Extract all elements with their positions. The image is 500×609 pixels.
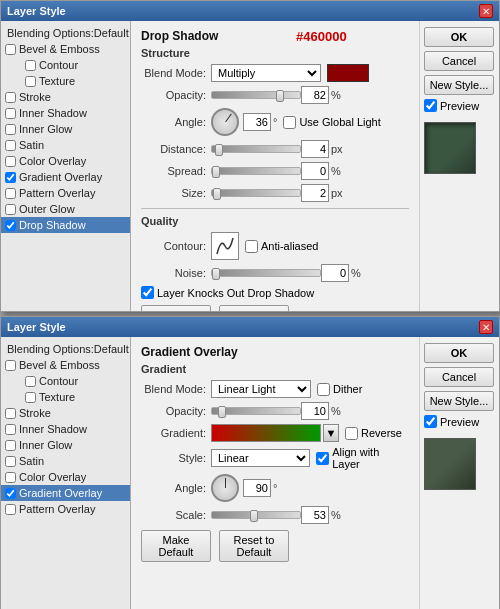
stroke-checkbox-2[interactable] xyxy=(5,408,16,419)
cancel-button-2[interactable]: Cancel xyxy=(424,367,494,387)
ok-button-2[interactable]: OK xyxy=(424,343,494,363)
blend-mode-select-1[interactable]: Multiply xyxy=(211,64,321,82)
sidebar-item-inner-glow[interactable]: Inner Glow xyxy=(1,121,130,137)
reverse-label[interactable]: Reverse xyxy=(345,427,402,440)
preview-checkbox-1[interactable] xyxy=(424,99,437,112)
size-input[interactable] xyxy=(301,184,329,202)
sidebar-item-bevel[interactable]: Bevel & Emboss xyxy=(1,41,130,57)
reset-default-button-1[interactable]: Reset to Default xyxy=(219,305,289,311)
sidebar2-item-gradient-overlay[interactable]: Gradient Overlay xyxy=(1,485,130,501)
gradient-bar[interactable] xyxy=(211,424,321,442)
angle-dial-1[interactable] xyxy=(211,108,239,136)
sidebar-item-outer-glow[interactable]: Outer Glow xyxy=(1,201,130,217)
color-swatch-1[interactable] xyxy=(327,64,369,82)
pattern-overlay-checkbox-2[interactable] xyxy=(5,504,16,515)
sidebar-item-color-overlay[interactable]: Color Overlay xyxy=(1,153,130,169)
pattern-overlay-checkbox[interactable] xyxy=(5,188,16,199)
spread-input[interactable] xyxy=(301,162,329,180)
align-with-layer-checkbox[interactable] xyxy=(316,452,329,465)
texture-checkbox[interactable] xyxy=(25,76,36,87)
color-overlay-checkbox-2[interactable] xyxy=(5,472,16,483)
gradient-overlay-checkbox-2[interactable] xyxy=(5,488,16,499)
sidebar2-item-contour[interactable]: Contour xyxy=(1,373,130,389)
sidebar-item-blending[interactable]: Blending Options:Default xyxy=(1,25,130,41)
sidebar2-item-inner-shadow[interactable]: Inner Shadow xyxy=(1,421,130,437)
outer-glow-checkbox[interactable] xyxy=(5,204,16,215)
sidebar2-item-bevel[interactable]: Bevel & Emboss xyxy=(1,357,130,373)
opacity-input-1[interactable] xyxy=(301,86,329,104)
layer-knocks-label[interactable]: Layer Knocks Out Drop Shadow xyxy=(141,286,314,299)
make-default-button-1[interactable]: Make Default xyxy=(141,305,211,311)
noise-slider[interactable] xyxy=(211,269,321,277)
preview-checkbox-2[interactable] xyxy=(424,415,437,428)
inner-glow-checkbox-2[interactable] xyxy=(5,440,16,451)
sidebar-item-pattern-overlay[interactable]: Pattern Overlay xyxy=(1,185,130,201)
distance-slider[interactable] xyxy=(211,145,301,153)
sidebar2-item-pattern-overlay[interactable]: Pattern Overlay xyxy=(1,501,130,517)
opacity-input-2[interactable] xyxy=(301,402,329,420)
preview-label-2[interactable]: Preview xyxy=(424,415,495,428)
opacity-slider-1[interactable] xyxy=(211,91,301,99)
size-slider[interactable] xyxy=(211,189,301,197)
close-button-2[interactable]: ✕ xyxy=(479,320,493,334)
align-with-layer-label[interactable]: Align with Layer xyxy=(316,446,409,470)
gradient-dropdown-button[interactable]: ▼ xyxy=(323,424,339,442)
stroke-checkbox[interactable] xyxy=(5,92,16,103)
sidebar-item-satin[interactable]: Satin xyxy=(1,137,130,153)
reverse-checkbox[interactable] xyxy=(345,427,358,440)
angle-input-1[interactable] xyxy=(243,113,271,131)
close-button-1[interactable]: ✕ xyxy=(479,4,493,18)
make-default-button-2[interactable]: Make Default xyxy=(141,530,211,562)
use-global-light-checkbox[interactable] xyxy=(283,116,296,129)
spread-slider[interactable] xyxy=(211,167,301,175)
sidebar-item-stroke[interactable]: Stroke xyxy=(1,89,130,105)
sidebar-item-gradient-overlay-1[interactable]: Gradient Overlay xyxy=(1,169,130,185)
new-style-button-1[interactable]: New Style... xyxy=(424,75,494,95)
dither-checkbox[interactable] xyxy=(317,383,330,396)
sidebar-item-drop-shadow[interactable]: Drop Shadow xyxy=(1,217,130,233)
sidebar2-item-blending[interactable]: Blending Options:Default xyxy=(1,341,130,357)
sidebar2-item-stroke[interactable]: Stroke xyxy=(1,405,130,421)
bevel-checkbox[interactable] xyxy=(5,44,16,55)
ok-button-1[interactable]: OK xyxy=(424,27,494,47)
sidebar-item-contour[interactable]: Contour xyxy=(1,57,130,73)
sidebar2-item-satin[interactable]: Satin xyxy=(1,453,130,469)
new-style-button-2[interactable]: New Style... xyxy=(424,391,494,411)
use-global-light-label[interactable]: Use Global Light xyxy=(283,116,380,129)
inner-shadow-checkbox[interactable] xyxy=(5,108,16,119)
satin-checkbox[interactable] xyxy=(5,140,16,151)
scale-slider[interactable] xyxy=(211,511,301,519)
color-overlay-checkbox[interactable] xyxy=(5,156,16,167)
layer-knocks-checkbox[interactable] xyxy=(141,286,154,299)
sidebar-item-texture[interactable]: Texture xyxy=(1,73,130,89)
sidebar2-item-inner-glow[interactable]: Inner Glow xyxy=(1,437,130,453)
scale-input[interactable] xyxy=(301,506,329,524)
sidebar2-item-color-overlay[interactable]: Color Overlay xyxy=(1,469,130,485)
angle-input-2[interactable] xyxy=(243,479,271,497)
opacity-slider-2[interactable] xyxy=(211,407,301,415)
contour-checkbox-2[interactable] xyxy=(25,376,36,387)
sidebar2-item-texture[interactable]: Texture xyxy=(1,389,130,405)
inner-shadow-checkbox-2[interactable] xyxy=(5,424,16,435)
anti-aliased-label[interactable]: Anti-aliased xyxy=(245,240,318,253)
contour-thumb[interactable] xyxy=(211,232,239,260)
distance-input[interactable] xyxy=(301,140,329,158)
cancel-button-1[interactable]: Cancel xyxy=(424,51,494,71)
dither-label[interactable]: Dither xyxy=(317,383,362,396)
blend-mode-select-2[interactable]: Linear Light xyxy=(211,380,311,398)
satin-checkbox-2[interactable] xyxy=(5,456,16,467)
style-select[interactable]: Linear xyxy=(211,449,310,467)
reset-default-button-2[interactable]: Reset to Default xyxy=(219,530,289,562)
sidebar-item-inner-shadow[interactable]: Inner Shadow xyxy=(1,105,130,121)
preview-label-1[interactable]: Preview xyxy=(424,99,495,112)
quality-label: Quality xyxy=(141,215,409,227)
texture-checkbox-2[interactable] xyxy=(25,392,36,403)
angle-dial-2[interactable] xyxy=(211,474,239,502)
contour-checkbox[interactable] xyxy=(25,60,36,71)
bevel-checkbox-2[interactable] xyxy=(5,360,16,371)
inner-glow-checkbox[interactable] xyxy=(5,124,16,135)
drop-shadow-checkbox[interactable] xyxy=(5,220,16,231)
noise-input[interactable] xyxy=(321,264,349,282)
anti-aliased-checkbox[interactable] xyxy=(245,240,258,253)
gradient-overlay-checkbox-1[interactable] xyxy=(5,172,16,183)
